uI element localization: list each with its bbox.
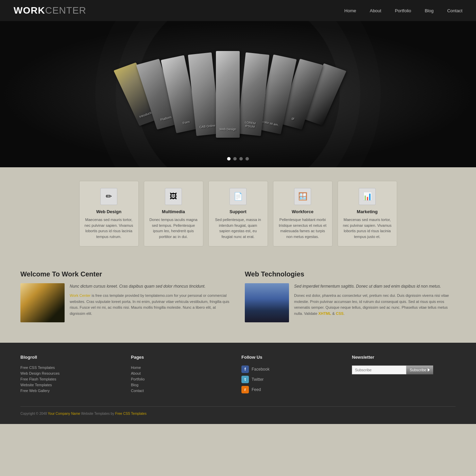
service-title-support: Support (214, 209, 262, 214)
footer-pages: Pages HomeAboutPortfolioBlogContact (131, 355, 235, 396)
blogroll-link[interactable]: Free CSS Templates (20, 366, 124, 370)
service-icon-web-design: ✏ (100, 188, 117, 205)
pages-link[interactable]: About (131, 371, 235, 375)
pages-link[interactable]: Home (131, 366, 235, 370)
card-label-7: gt (283, 114, 303, 123)
webtech-column: Web Technologies Sed imperdiet fermentum… (245, 270, 456, 326)
slider-cards: Introductio..PlatformFormCAB OnlineWeb D… (119, 40, 357, 149)
service-icon-multimedia: 🖼 (165, 188, 182, 205)
company-link[interactable]: Your Company Name (48, 412, 80, 415)
blogroll-link[interactable]: Web Design Resources (20, 371, 124, 375)
period-text: . (343, 311, 344, 316)
nav-item-blog[interactable]: Blog (425, 8, 434, 13)
social-item-facebook[interactable]: fFacebook (241, 366, 345, 373)
service-text-workforce: Pellentesque habitant morbi tristique se… (278, 217, 327, 239)
subscribe-arrow-icon (428, 368, 430, 372)
copyright-text: Copyright © 2048 (20, 412, 48, 415)
service-card-marketing: 📊MarketingMaecenas sed mauris tortor, ne… (338, 181, 397, 247)
twitter-icon: t (241, 376, 249, 383)
card-label-6: color sit am.. (260, 119, 281, 127)
pages-link[interactable]: Portfolio (131, 377, 235, 381)
service-title-web-design: Web Design (85, 209, 133, 214)
service-text-web-design: Maecenas sed mauris tortor, nec pulvinar… (85, 217, 133, 239)
templates-text: Website Templates by (80, 412, 115, 415)
logo: WORK CENTER (14, 5, 86, 16)
footer-blogroll-title: Blogroll (20, 355, 124, 361)
footer-newsletter: Newsletter Subscribe (352, 355, 456, 396)
social-label-twitter: Twitter (252, 377, 264, 382)
amp-text: & (331, 311, 336, 316)
nav-item-portfolio[interactable]: Portfolio (395, 8, 411, 13)
footer-bottom: Copyright © 2048 Your Company Name Websi… (20, 406, 456, 415)
webtech-image (245, 283, 289, 322)
webtech-body: Donec est dolor, pharetra ac consectetur… (294, 293, 449, 316)
header: WORK CENTER HomeAboutPortfolioBlogContac… (0, 0, 476, 21)
card-label-2: Form (176, 119, 197, 126)
footer-newsletter-title: Newsletter (352, 355, 456, 361)
slider-dots[interactable] (227, 157, 249, 160)
card-label-5: LOREM IPSUM (240, 120, 261, 129)
nav-item-home[interactable]: Home (344, 8, 356, 13)
slider-dot-2[interactable] (239, 157, 243, 160)
footer-pages-title: Pages (131, 355, 235, 361)
social-label-facebook: Facebook (252, 367, 270, 372)
service-card-web-design: ✏Web DesignMaecenas sed mauris tortor, n… (79, 181, 139, 247)
service-title-workforce: Workforce (278, 209, 327, 214)
service-text-multimedia: Donec tempus iaculis magna sed tempus. P… (149, 217, 198, 239)
newsletter-input[interactable] (352, 366, 406, 374)
welcome-column: Welcome To Work Center Nunc dictum cursu… (20, 270, 231, 326)
social-item-feed[interactable]: rFeed (241, 386, 345, 393)
service-icon-support: 📄 (230, 188, 247, 205)
service-icon-marketing: 📊 (359, 188, 376, 205)
card-label-3: CAB Online (197, 123, 218, 129)
freecss-link[interactable]: Free CSS Templates (115, 412, 147, 415)
main-content: Welcome To Work Center Nunc dictum cursu… (0, 260, 476, 343)
service-title-marketing: Marketing (343, 209, 392, 214)
slider-dot-3[interactable] (245, 157, 249, 160)
service-card-workforce: 🪟WorkforcePellentesque habitant morbi tr… (273, 181, 333, 247)
logo-work-text: WORK (14, 5, 45, 16)
facebook-icon: f (241, 366, 249, 373)
footer-blogroll: Blogroll Free CSS TemplatesWeb Design Re… (20, 355, 124, 396)
service-title-multimedia: Multimedia (149, 209, 198, 214)
welcome-image (20, 283, 65, 322)
welcome-body: is free css template provided by templat… (70, 293, 230, 316)
blogroll-link[interactable]: Free Web Gallery (20, 389, 124, 393)
card-label-4: Web Design (218, 128, 238, 131)
feed-icon: r (241, 386, 249, 393)
services-section: ✏Web DesignMaecenas sed mauris tortor, n… (0, 167, 476, 260)
hero-section: Introductio..PlatformFormCAB OnlineWeb D… (0, 21, 476, 167)
subscribe-button[interactable]: Subscribe (406, 366, 433, 374)
workcenter-link[interactable]: Work Center (70, 293, 91, 298)
logo-center-text: CENTER (45, 5, 86, 16)
social-item-twitter[interactable]: tTwitter (241, 376, 345, 383)
service-card-multimedia: 🖼MultimediaDonec tempus iaculis magna se… (144, 181, 203, 247)
footer-follow: Follow Us fFacebooktTwitterrFeed (241, 355, 345, 396)
main-nav: HomeAboutPortfolioBlogContact (344, 8, 462, 13)
nav-item-contact[interactable]: Contact (447, 8, 462, 13)
footer: Blogroll Free CSS TemplatesWeb Design Re… (0, 343, 476, 424)
footer-grid: Blogroll Free CSS TemplatesWeb Design Re… (20, 355, 456, 396)
fruit-image (20, 283, 65, 322)
building-image (245, 283, 289, 322)
service-card-support: 📄SupportSed pellentesque, massa in inter… (208, 181, 268, 247)
css-link[interactable]: CSS (336, 311, 344, 316)
slider-dot-1[interactable] (233, 157, 237, 160)
service-icon-workforce: 🪟 (294, 188, 311, 205)
social-label-feed: Feed (252, 387, 261, 392)
newsletter-form: Subscribe (352, 366, 456, 374)
nav-item-about[interactable]: About (370, 8, 381, 13)
footer-follow-title: Follow Us (241, 355, 345, 361)
slider-card-4[interactable]: Web Design (216, 51, 240, 138)
slider-dot-0[interactable] (227, 157, 231, 160)
welcome-title: Welcome To Work Center (20, 270, 231, 278)
webtech-title: Web Technologies (245, 270, 456, 278)
pages-link[interactable]: Blog (131, 383, 235, 387)
subscribe-label: Subscribe (410, 368, 426, 372)
xhtml-link[interactable]: XHTML (318, 311, 331, 316)
blogroll-link[interactable]: Free Flash Templates (20, 377, 124, 381)
blogroll-link[interactable]: Website Templates (20, 383, 124, 387)
service-text-support: Sed pellentesque, massa in interdum feug… (214, 217, 262, 239)
service-text-marketing: Maecenas sed mauris tortor, nec pulvinar… (343, 217, 392, 239)
pages-link[interactable]: Contact (131, 389, 235, 393)
